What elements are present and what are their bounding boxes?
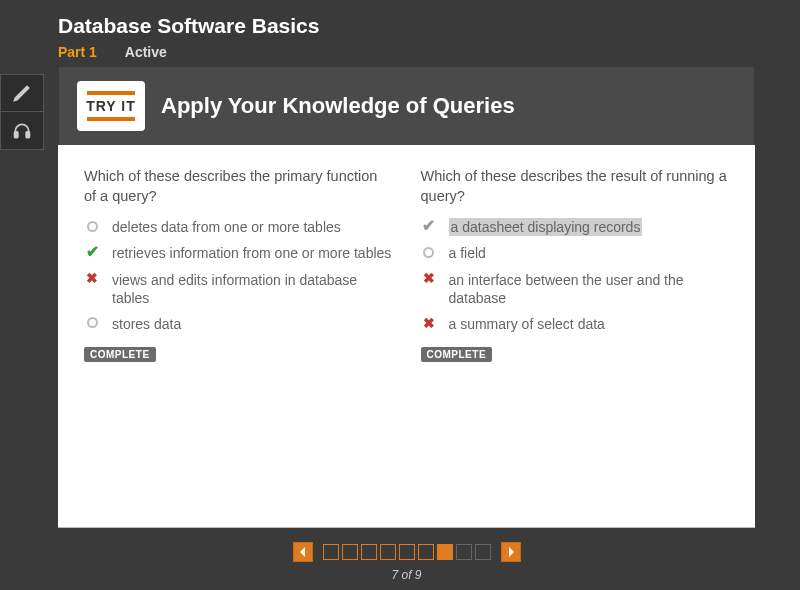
answer-text: a datasheet displaying records [449, 218, 643, 236]
svg-rect-1 [26, 131, 29, 137]
headphones-icon [12, 121, 32, 141]
radio-empty-icon [84, 315, 100, 331]
radio-empty-icon [84, 218, 100, 234]
answer-text: deletes data from one or more tables [112, 218, 341, 236]
question-column-2: Which of these describes the result of r… [421, 167, 730, 509]
pager-page-9[interactable] [475, 544, 491, 560]
pager-page-5[interactable] [399, 544, 415, 560]
chevron-right-icon [507, 547, 515, 557]
pencil-icon [12, 83, 32, 103]
radio-empty-icon [421, 244, 437, 260]
audio-tool-button[interactable] [0, 112, 44, 150]
check-selected-icon: ✔ [421, 218, 437, 234]
side-toolbar [0, 74, 44, 150]
answer-text: stores data [112, 315, 181, 333]
answer-option[interactable]: ✔ retrieves information from one or more… [84, 244, 393, 262]
answer-option[interactable]: ✖ views and edits information in databas… [84, 271, 393, 307]
answer-text: a summary of select data [449, 315, 605, 333]
pager [293, 542, 521, 562]
tryit-label: TRY IT [86, 98, 136, 114]
pager-page-8[interactable] [456, 544, 472, 560]
question-prompt: Which of these describes the primary fun… [84, 167, 393, 206]
svg-rect-0 [15, 131, 18, 137]
answer-text: retrieves information from one or more t… [112, 244, 391, 262]
answer-text: a field [449, 244, 486, 262]
answer-option[interactable]: ✖ an interface between the user and the … [421, 271, 730, 307]
pager-page-7[interactable] [437, 544, 453, 560]
answer-option[interactable]: a field [421, 244, 730, 262]
answer-option[interactable]: ✖ a summary of select data [421, 315, 730, 333]
question-column-1: Which of these describes the primary fun… [84, 167, 393, 509]
status-badge: COMPLETE [421, 347, 493, 362]
pager-page-4[interactable] [380, 544, 396, 560]
cross-incorrect-icon: ✖ [421, 315, 437, 331]
draw-tool-button[interactable] [0, 74, 44, 112]
pager-page-2[interactable] [342, 544, 358, 560]
pager-page-1[interactable] [323, 544, 339, 560]
cross-incorrect-icon: ✖ [421, 271, 437, 287]
page-title: Database Software Basics [58, 14, 800, 38]
status-badge: COMPLETE [84, 347, 156, 362]
answer-text: an interface between the user and the da… [449, 271, 730, 307]
pager-page-6[interactable] [418, 544, 434, 560]
card-title: Apply Your Knowledge of Queries [161, 93, 515, 119]
answer-option[interactable]: stores data [84, 315, 393, 333]
active-label[interactable]: Active [125, 44, 167, 60]
answer-option[interactable]: ✔ a datasheet displaying records [421, 218, 730, 236]
page-indicator: 7 of 9 [391, 568, 421, 582]
check-correct-icon: ✔ [84, 244, 100, 260]
question-prompt: Which of these describes the result of r… [421, 167, 730, 206]
part-label[interactable]: Part 1 [58, 44, 97, 60]
pager-page-3[interactable] [361, 544, 377, 560]
next-button[interactable] [501, 542, 521, 562]
answer-option[interactable]: deletes data from one or more tables [84, 218, 393, 236]
prev-button[interactable] [293, 542, 313, 562]
tryit-badge: TRY IT [77, 81, 145, 131]
cross-incorrect-icon: ✖ [84, 271, 100, 287]
answer-text: views and edits information in database … [112, 271, 393, 307]
chevron-left-icon [299, 547, 307, 557]
